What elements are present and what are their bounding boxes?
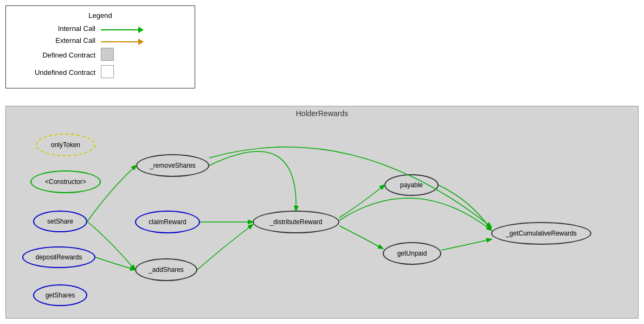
node-claimReward-label: claimReward	[149, 218, 186, 226]
node-setShare[interactable]: setShare	[33, 211, 87, 232]
external-call-line	[101, 41, 139, 42]
node-distributeReward-label: _distributeReward	[270, 218, 323, 226]
internal-call-line	[101, 29, 139, 30]
internal-call-arrow	[101, 27, 144, 33]
node-removeShares-label: _removeShares	[150, 162, 196, 169]
external-call-icon	[101, 36, 186, 45]
node-depositRewards[interactable]: depositRewards	[22, 246, 95, 268]
defined-contract-label: Defined Contract	[14, 51, 101, 59]
node-onlyToken[interactable]: onlyToken	[36, 134, 95, 156]
external-call-label: External Call	[14, 36, 101, 45]
node-getUnpaid[interactable]: getUnpaid	[383, 242, 441, 265]
node-setShare-label: setShare	[47, 218, 73, 225]
legend-title: Legend	[14, 11, 186, 20]
node-distributeReward[interactable]: _distributeReward	[253, 211, 339, 233]
node-getUnpaid-label: getUnpaid	[397, 250, 427, 257]
diagram-title: HolderRewards	[6, 106, 638, 118]
external-call-arrowhead	[138, 39, 144, 45]
legend-row-internal: Internal Call	[14, 24, 186, 33]
node-getShares-label: getShares	[46, 291, 75, 299]
internal-call-arrowhead	[138, 27, 144, 33]
node-addShares-label: _addShares	[149, 266, 184, 274]
node-payable-label: payable	[400, 181, 423, 189]
node-addShares[interactable]: _addShares	[135, 258, 197, 281]
legend: Legend Internal Call External Call Defin…	[5, 5, 195, 88]
node-removeShares[interactable]: _removeShares	[136, 154, 209, 177]
legend-row-undefined: Undefined Contract	[14, 65, 186, 80]
defined-contract-square	[101, 48, 114, 61]
node-claimReward[interactable]: claimReward	[135, 211, 200, 233]
internal-call-label: Internal Call	[14, 24, 101, 33]
undefined-contract-icon	[101, 65, 186, 80]
node-onlyToken-label: onlyToken	[51, 141, 80, 149]
node-constructor-label: <Constructor>	[45, 178, 86, 186]
node-constructor[interactable]: <Constructor>	[30, 170, 101, 193]
node-payable[interactable]: payable	[384, 174, 439, 196]
defined-contract-icon	[101, 48, 186, 62]
arrows-svg	[6, 106, 638, 318]
node-depositRewards-label: depositRewards	[35, 253, 82, 261]
legend-row-external: External Call	[14, 36, 186, 45]
undefined-contract-label: Undefined Contract	[14, 68, 101, 77]
node-getShares[interactable]: getShares	[33, 284, 87, 306]
internal-call-icon	[101, 24, 186, 33]
external-call-arrow	[101, 39, 144, 45]
legend-row-defined: Defined Contract	[14, 48, 186, 62]
diagram-area: HolderRewards onlyToken <Constructor> se…	[5, 106, 639, 319]
undefined-contract-square	[101, 65, 114, 78]
node-getCumulativeRewards[interactable]: _getCumulativeRewards	[491, 222, 591, 245]
node-getCumulativeRewards-label: _getCumulativeRewards	[506, 230, 577, 237]
